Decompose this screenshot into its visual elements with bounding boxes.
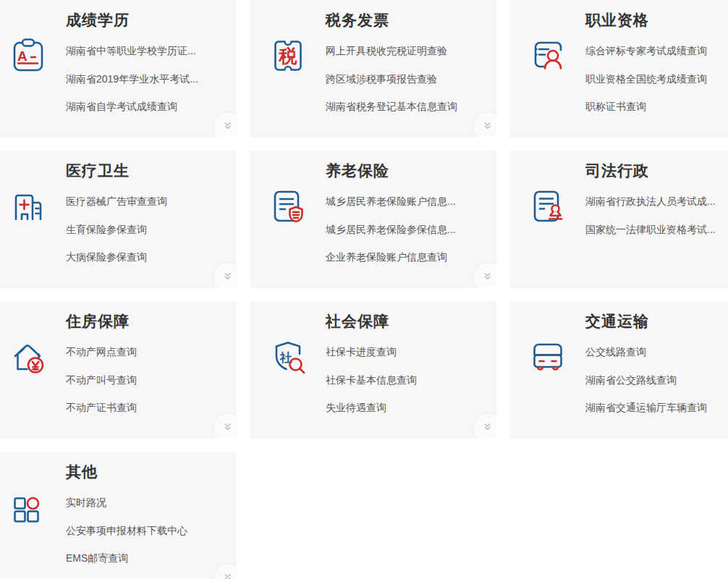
service-link[interactable]: 公安事项申报材料下载中心 xyxy=(66,517,229,546)
house-yuan-icon xyxy=(9,338,47,376)
service-link[interactable]: 跨区域涉税事项报告查验 xyxy=(326,66,489,94)
card-title: 成绩学历 xyxy=(66,10,130,30)
svg-text:税: 税 xyxy=(279,46,297,66)
service-link[interactable]: 不动产叫号查询 xyxy=(66,367,229,395)
card-title: 司法行政 xyxy=(585,161,649,181)
service-link[interactable]: 生育保险参保查询 xyxy=(66,216,229,245)
card-grades-education: A 成绩学历 湖南省中等职业学校学历证...湖南省2019年学业水平考试...湖… xyxy=(0,0,237,138)
card-title: 交通运输 xyxy=(585,311,649,331)
qualification-person-icon xyxy=(529,37,567,75)
service-link-list: 社保卡进度查询社保卡基本信息查询失业待遇查询 xyxy=(326,339,489,423)
chevron-double-down-icon: » xyxy=(221,423,235,431)
service-link[interactable]: 医疗器械广告审查查询 xyxy=(66,188,229,216)
service-link[interactable]: 实时路况 xyxy=(66,489,229,517)
service-link[interactable]: 职称证书查询 xyxy=(585,93,728,122)
card-housing-security: 住房保障 不动产网点查询不动产叫号查询不动产证书查询 » xyxy=(0,301,237,439)
card-professional-qualification: 职业资格 综合评标专家考试成绩查询职业资格全国统考成绩查询职称证书查询 » xyxy=(509,0,728,138)
service-link[interactable]: 职业资格全国统考成绩查询 xyxy=(585,66,728,94)
svg-text:A: A xyxy=(17,48,27,64)
card-title: 职业资格 xyxy=(585,10,649,30)
hospital-cross-icon xyxy=(9,187,47,225)
service-link-list: 医疗器械广告审查查询生育保险参保查询大病保险参保查询 xyxy=(66,188,229,272)
clipboard-grade-icon: A xyxy=(9,37,47,75)
service-link[interactable]: 社保卡进度查询 xyxy=(326,339,489,367)
service-link[interactable]: 湖南省行政执法人员考试成... xyxy=(585,188,728,216)
shield-magnifier-icon: 社 xyxy=(269,338,307,376)
service-link[interactable]: 网上开具税收完税证明查验 xyxy=(326,38,489,66)
card-pension-insurance: 养老保险 城乡居民养老保险账户信息...城乡居民养老保险参保信息...企业养老保… xyxy=(250,151,496,288)
grid-apps-icon xyxy=(9,489,47,526)
chevron-double-down-icon: » xyxy=(221,573,235,579)
service-link[interactable]: 湖南省自学考试成绩查询 xyxy=(66,93,229,122)
service-link-list: 湖南省中等职业学校学历证...湖南省2019年学业水平考试...湖南省自学考试成… xyxy=(66,38,229,122)
document-stamp-icon xyxy=(529,187,567,225)
card-other: 其他 实时路况公安事项申报材料下载中心EMS邮寄查询 » xyxy=(0,452,237,579)
card-judicial-administration: 司法行政 湖南省行政执法人员考试成...国家统一法律职业资格考试... » xyxy=(509,151,728,288)
document-shield-icon xyxy=(269,187,307,225)
service-link-list: 城乡居民养老保险账户信息...城乡居民养老保险参保信息...企业养老保险账户信息… xyxy=(326,188,489,272)
service-link-list: 综合评标专家考试成绩查询职业资格全国统考成绩查询职称证书查询 xyxy=(585,38,728,122)
service-link[interactable]: 不动产证书查询 xyxy=(66,394,229,423)
chevron-double-down-icon: » xyxy=(221,272,235,280)
service-link[interactable]: 不动产网点查询 xyxy=(66,339,229,367)
service-link-list: 公交线路查询湖南省公交路线查询湖南省交通运输厅车辆查询 xyxy=(585,339,728,423)
service-link[interactable]: 湖南省交通运输厅车辆查询 xyxy=(585,394,728,423)
service-link[interactable]: 国家统一法律职业资格考试... xyxy=(585,216,728,245)
services-board: A 成绩学历 湖南省中等职业学校学历证...湖南省2019年学业水平考试...湖… xyxy=(0,0,728,579)
service-link[interactable]: 失业待遇查询 xyxy=(326,394,489,423)
card-medical-health: 医疗卫生 医疗器械广告审查查询生育保险参保查询大病保险参保查询 » xyxy=(0,151,237,288)
chevron-double-down-icon: » xyxy=(481,122,495,130)
service-link[interactable]: 湖南省2019年学业水平考试... xyxy=(66,66,229,94)
card-title: 养老保险 xyxy=(326,161,389,181)
service-link-list: 网上开具税收完税证明查验跨区域涉税事项报告查验湖南省税务登记基本信息查询 xyxy=(326,38,489,122)
service-link-list: 实时路况公安事项申报材料下载中心EMS邮寄查询 xyxy=(66,489,229,573)
service-link[interactable]: 湖南省中等职业学校学历证... xyxy=(66,38,229,66)
service-link[interactable]: EMS邮寄查询 xyxy=(66,545,229,573)
service-link[interactable]: 大病保险参保查询 xyxy=(66,244,229,272)
service-link-list: 不动产网点查询不动产叫号查询不动产证书查询 xyxy=(66,339,229,423)
service-link[interactable]: 湖南省税务登记基本信息查询 xyxy=(326,93,489,122)
service-link[interactable]: 城乡居民养老保险参保信息... xyxy=(326,216,489,245)
card-title: 税务发票 xyxy=(326,10,389,30)
service-link[interactable]: 城乡居民养老保险账户信息... xyxy=(326,188,489,216)
tax-ticket-icon: 税 xyxy=(269,37,307,75)
chevron-double-down-icon: » xyxy=(221,122,235,130)
service-link[interactable]: 湖南省公交路线查询 xyxy=(585,367,728,395)
service-link[interactable]: 公交线路查询 xyxy=(585,339,728,367)
service-link[interactable]: 综合评标专家考试成绩查询 xyxy=(585,38,728,66)
chevron-double-down-icon: » xyxy=(481,423,495,431)
card-title: 社会保障 xyxy=(326,311,389,331)
service-link[interactable]: 社保卡基本信息查询 xyxy=(326,367,489,395)
chevron-double-down-icon: » xyxy=(481,272,495,280)
card-tax-invoice: 税 税务发票 网上开具税收完税证明查验跨区域涉税事项报告查验湖南省税务登记基本信… xyxy=(250,0,496,138)
service-link-list: 湖南省行政执法人员考试成...国家统一法律职业资格考试... xyxy=(585,188,728,244)
card-title: 医疗卫生 xyxy=(66,161,130,181)
service-link[interactable]: 企业养老保险账户信息查询 xyxy=(326,244,489,272)
card-transportation: 交通运输 公交线路查询湖南省公交路线查询湖南省交通运输厅车辆查询 » xyxy=(509,301,728,439)
card-title: 住房保障 xyxy=(66,311,130,331)
bus-icon xyxy=(529,338,567,376)
card-title: 其他 xyxy=(66,462,98,482)
card-social-security: 社 社会保障 社保卡进度查询社保卡基本信息查询失业待遇查询 » xyxy=(250,301,496,439)
